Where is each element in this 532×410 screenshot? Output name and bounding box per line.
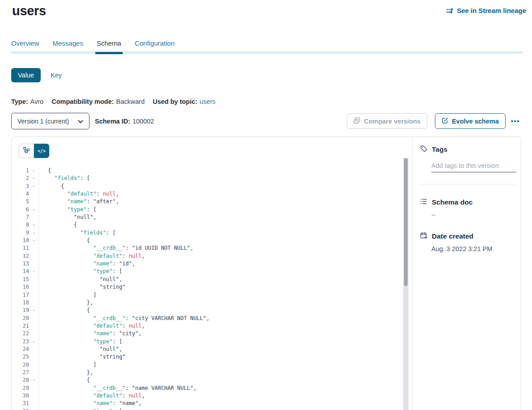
used-by-topic-label: Used by topic: (153, 98, 197, 105)
line-number: 25 (12, 353, 29, 361)
code-text: { (38, 221, 401, 229)
fold-spacer (29, 276, 38, 283)
code-text: "type": [ (38, 206, 401, 214)
code-lines: 1▾{2▾ "fields": [3▾ {4 "default": null,5… (12, 167, 401, 410)
fold-spacer (29, 214, 38, 221)
code-line: 7 "null", (12, 214, 401, 221)
line-number: 22 (12, 330, 29, 337)
code-line: 5 "name": "after", (12, 198, 401, 205)
see-in-stream-lineage-link[interactable]: See in Stream lineage (446, 7, 526, 14)
code-scrollbar-thumb[interactable] (404, 158, 408, 286)
line-number: 27 (12, 369, 29, 376)
version-select[interactable]: Version 1 (current) (11, 113, 89, 129)
sidebar-divider (420, 184, 515, 184)
type-value: Avro (30, 98, 44, 105)
line-number: 13 (12, 260, 29, 268)
schema-id-label: Schema ID: (95, 118, 130, 125)
fold-spacer (29, 252, 38, 260)
edit-icon (442, 117, 448, 125)
value-key-toggle: Value Key (11, 68, 62, 82)
fold-arrow-icon[interactable]: ▾ (29, 338, 38, 346)
tab-messages[interactable]: Messages (53, 39, 83, 52)
code-view-icon: </> (38, 149, 46, 154)
key-toggle-button[interactable]: Key (51, 72, 62, 79)
code-text: "fields": [ (38, 229, 401, 237)
code-text: ] (38, 291, 401, 299)
tab-overview[interactable]: Overview (11, 39, 39, 52)
schema-id: Schema ID: 100002 (95, 118, 154, 125)
schema-id-value: 100002 (132, 118, 154, 125)
version-select-value: Version 1 (current) (17, 118, 69, 125)
line-number: 18 (12, 299, 29, 307)
fold-arrow-icon[interactable]: ▾ (29, 229, 38, 237)
code-text: "default": null, (38, 392, 401, 400)
code-text: "__crdb__": "name VARCHAR NULL", (38, 384, 401, 392)
fold-spacer (29, 322, 38, 330)
code-text: "null", (38, 214, 401, 221)
chevron-down-icon (78, 118, 83, 125)
line-number: 28 (12, 376, 29, 384)
more-actions-button[interactable]: ••• (508, 117, 523, 125)
code-text: "__crdb__": "id UUID NOT NULL", (38, 244, 401, 252)
fold-spacer (29, 369, 38, 376)
code-line: 13 "name": "id", (12, 260, 401, 268)
tab-configuration[interactable]: Configuration (135, 39, 174, 52)
fold-arrow-icon[interactable]: ▾ (29, 183, 38, 190)
fold-arrow-icon[interactable]: ▾ (29, 221, 38, 229)
code-text: ] (38, 361, 401, 369)
code-line: 21 "default": null, (12, 322, 401, 330)
line-number: 7 (12, 214, 29, 221)
fold-arrow-icon[interactable]: ▾ (29, 376, 38, 384)
compare-icon (353, 117, 360, 125)
code-line: 14▾ "type": [ (12, 268, 401, 275)
code-view-button[interactable]: </> (34, 144, 49, 158)
date-created-value: Aug. 3 2022 3:21 PM (431, 245, 515, 252)
fold-spacer (29, 291, 38, 299)
fold-spacer (29, 353, 38, 361)
tree-view-button[interactable] (19, 144, 34, 158)
fold-arrow-icon[interactable]: ▾ (29, 167, 38, 175)
used-by-topic: Used by topic: users (153, 98, 215, 105)
code-text: "name": "after", (38, 198, 401, 205)
code-line: 1▾{ (12, 167, 401, 175)
compare-versions-button[interactable]: Compare versions (347, 113, 427, 129)
line-number: 32 (12, 408, 29, 410)
topic-link[interactable]: users (200, 98, 215, 105)
schema-sidebar: Tags Schema doc (412, 137, 522, 410)
code-text: "null", (38, 276, 401, 283)
evolve-schema-button[interactable]: Evolve schema (435, 113, 506, 129)
code-scrollbar-track[interactable] (403, 158, 409, 410)
fold-arrow-icon[interactable]: ▾ (29, 206, 38, 214)
code-line: 2▾ "fields": [ (12, 175, 401, 182)
fold-spacer (29, 392, 38, 400)
schema-doc-header: Schema doc (432, 198, 472, 206)
line-number: 30 (12, 392, 29, 400)
code-line: 16 "string" (12, 283, 401, 291)
code-line: 26 ] (12, 361, 401, 369)
line-number: 3 (12, 183, 29, 190)
fold-arrow-icon[interactable]: ▾ (29, 307, 38, 314)
schema-type: Type: Avro (11, 98, 43, 105)
type-label: Type: (11, 98, 28, 105)
tab-schema[interactable]: Schema (97, 39, 121, 52)
doc-list-icon (420, 198, 427, 207)
code-text: }, (38, 369, 401, 376)
schema-panel: </> 1▾{2▾ "fields": [3▾ {4 "default": nu… (11, 137, 521, 410)
code-text: "name": "name", (38, 400, 401, 407)
line-number: 17 (12, 291, 29, 299)
fold-arrow-icon[interactable]: ▾ (29, 268, 38, 275)
line-number: 14 (12, 268, 29, 275)
fold-arrow-icon[interactable]: ▾ (29, 408, 38, 410)
code-line: 19▾ { (12, 307, 401, 314)
fold-spacer (29, 283, 38, 291)
fold-spacer (29, 198, 38, 205)
value-toggle-button[interactable]: Value (11, 68, 41, 82)
tags-input[interactable] (431, 161, 516, 172)
line-number: 5 (12, 198, 29, 205)
fold-arrow-icon[interactable]: ▾ (29, 237, 38, 244)
code-pane: </> 1▾{2▾ "fields": [3▾ {4 "default": nu… (12, 137, 412, 410)
line-number: 26 (12, 361, 29, 369)
code-line: 27 }, (12, 369, 401, 376)
fold-arrow-icon[interactable]: ▾ (29, 175, 38, 182)
calendar-plus-icon (420, 232, 427, 241)
